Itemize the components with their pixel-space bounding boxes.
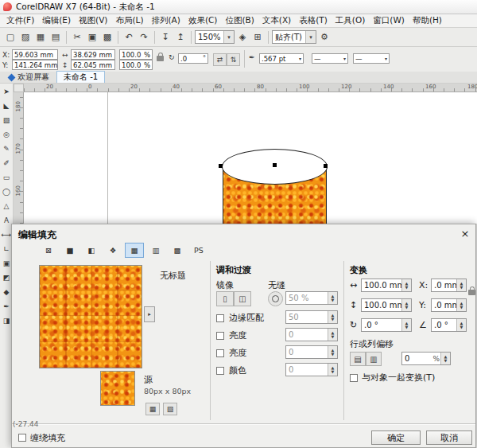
spinner-arrows[interactable]: ▲▼ — [401, 319, 411, 331]
options-gear-icon[interactable]: ⚙ — [317, 30, 332, 45]
menu-bitmaps[interactable]: 位图(B) — [221, 14, 258, 27]
selection-handle-right[interactable] — [324, 164, 328, 168]
scale-y-field[interactable]: 100.0 % — [119, 60, 153, 70]
brightness-checkbox[interactable] — [216, 332, 224, 340]
pick-tool[interactable]: ➤ — [1, 86, 13, 96]
zoom-combo[interactable]: 150% ▾ — [195, 30, 235, 44]
spinner-arrows[interactable]: ▲▼ — [328, 329, 337, 341]
export-icon[interactable]: ↥ — [173, 30, 188, 45]
snap-to-combo[interactable]: 贴齐(T) ▾ — [272, 30, 316, 44]
rotate-spinner[interactable]: .0 ° ▲▼ — [361, 318, 412, 332]
object-width-field[interactable]: 38.629 mm — [71, 49, 115, 60]
menu-tools[interactable]: 工具(O) — [332, 14, 369, 27]
pattern-preview[interactable] — [39, 265, 142, 368]
scale-x-field[interactable]: 100.0 % — [119, 49, 153, 60]
redo-icon[interactable]: ↷ — [137, 30, 151, 45]
polygon-tool[interactable]: △ — [1, 201, 13, 211]
column-offset-icon[interactable]: ▥ — [366, 352, 382, 366]
menu-text[interactable]: 文本(X) — [258, 14, 295, 27]
menu-window[interactable]: 窗口(W) — [369, 14, 409, 27]
undo-icon[interactable]: ↶ — [122, 30, 136, 45]
tile-height-spinner[interactable]: 100.0 mm ▲▼ — [361, 298, 412, 312]
tile-x-spinner[interactable]: .0 mm ▲▼ — [431, 279, 467, 292]
uniform-fill-icon[interactable]: ■ — [60, 243, 80, 258]
edge-match-checkbox[interactable] — [216, 314, 224, 322]
tile-source-icon[interactable]: ▧ — [163, 403, 177, 415]
texture-fill-icon[interactable]: ▩ — [168, 243, 187, 258]
spinner-arrows[interactable]: ▲▼ — [328, 346, 337, 358]
color-spinner[interactable]: 0 ▲▼ — [285, 363, 338, 376]
tile-grid-icon[interactable]: ▦ — [145, 403, 160, 415]
menu-layout[interactable]: 布局(L) — [111, 14, 147, 27]
paste-icon[interactable]: ▩ — [100, 30, 114, 45]
row-offset-icon[interactable]: ▤ — [350, 352, 366, 366]
close-icon[interactable]: × — [459, 227, 471, 240]
tab-document-untitled-1[interactable]: 未命名 -1 — [56, 71, 105, 83]
object-height-field[interactable]: 62.045 mm — [71, 60, 115, 70]
mirror-tile-icon[interactable]: ◫ — [234, 291, 251, 306]
mirror-horizontal-icon[interactable]: ⇄ — [213, 53, 227, 66]
import-icon[interactable]: ↧ — [158, 30, 173, 45]
application-launcher-icon[interactable]: ⊞ — [250, 30, 265, 45]
spinner-arrows[interactable]: ▲▼ — [456, 279, 466, 291]
tile-width-spinner[interactable]: 100.0 mm ▲▼ — [361, 279, 412, 292]
spinner-arrows[interactable]: ▲▼ — [456, 299, 466, 311]
rectangle-tool[interactable]: ▭ — [1, 172, 13, 182]
postscript-fill-icon[interactable]: PS — [189, 243, 208, 258]
line-style-combo-1[interactable]: — ▾ — [312, 53, 348, 64]
x-position-field[interactable]: 59.603 mm — [12, 49, 58, 60]
spinner-arrows[interactable]: ▲▼ — [401, 299, 411, 311]
selection-handle-left[interactable] — [219, 164, 223, 168]
luminance-checkbox[interactable] — [216, 349, 224, 357]
copy-icon[interactable]: ▣ — [85, 30, 99, 45]
two-color-pattern-fill-icon[interactable]: ▥ — [146, 243, 165, 258]
ellipse-tool[interactable]: ◯ — [1, 186, 13, 197]
spinner-arrows[interactable]: ▲▼ — [328, 292, 337, 304]
spinner-arrows[interactable]: ▲▼ — [328, 311, 337, 323]
menu-effects[interactable]: 效果(C) — [184, 14, 222, 27]
ok-button[interactable]: 确定 — [371, 430, 421, 445]
spinner-arrows[interactable]: ▲▼ — [440, 353, 450, 364]
menu-help[interactable]: 帮助(H) — [409, 14, 446, 27]
bitmap-pattern-fill-icon[interactable]: ▦ — [125, 243, 144, 258]
crop-tool[interactable]: ▧ — [1, 115, 13, 125]
brightness-spinner[interactable]: 0 ▲▼ — [285, 328, 338, 341]
cancel-button[interactable]: 取消 — [426, 430, 472, 445]
luminance-spinner[interactable]: 0 ▲▼ — [285, 345, 338, 359]
pattern-picker-button[interactable]: ▸ — [144, 306, 155, 322]
offset-spinner[interactable]: 0 % ▲▼ — [401, 352, 451, 365]
spinner-arrows[interactable]: ▲▼ — [456, 319, 466, 331]
save-icon[interactable]: ▦ — [33, 30, 48, 45]
new-document-icon[interactable]: ▢ — [3, 30, 17, 45]
seamless-radial-button[interactable] — [268, 291, 283, 306]
menu-edit[interactable]: 编辑(E) — [38, 14, 75, 27]
zoom-tool[interactable]: ◎ — [1, 129, 13, 139]
shape-tool[interactable]: ◣ — [1, 100, 13, 111]
vector-pattern-fill-icon[interactable]: ❖ — [103, 243, 122, 258]
print-icon[interactable]: ▤ — [48, 30, 63, 45]
tile-y-spinner[interactable]: .0 mm ▲▼ — [431, 298, 467, 312]
lock-tile-ratio-icon[interactable] — [468, 290, 475, 295]
selection-handle-center[interactable] — [273, 163, 277, 167]
spinner-arrows[interactable]: ▲▼ — [328, 364, 337, 376]
pattern-source-thumbnail[interactable] — [100, 371, 135, 406]
color-checkbox[interactable] — [216, 367, 224, 375]
edge-match-spinner[interactable]: 50 ▲▼ — [285, 310, 338, 324]
menu-file[interactable]: 文件(F) — [2, 14, 38, 27]
open-icon[interactable]: ▨ — [18, 30, 33, 45]
welcome-screen-icon[interactable]: ◈ — [235, 30, 250, 45]
skew-spinner[interactable]: .0 ° ▲▼ — [431, 318, 467, 332]
ruler-origin-button[interactable] — [14, 84, 24, 92]
menu-table[interactable]: 表格(T) — [295, 14, 332, 27]
lock-ratio-icon[interactable] — [157, 56, 164, 61]
no-fill-icon[interactable]: ⊠ — [39, 243, 58, 258]
menu-arrange[interactable]: 排列(A) — [148, 14, 184, 27]
menu-view[interactable]: 视图(V) — [75, 14, 111, 27]
y-position-field[interactable]: 141.264 mm — [12, 60, 58, 70]
seamless-spinner[interactable]: 50 % ▲▼ — [285, 291, 338, 305]
freehand-tool[interactable]: ✎ — [1, 143, 13, 154]
spinner-arrows[interactable]: ▲▼ — [401, 279, 411, 291]
transform-with-object-checkbox[interactable] — [350, 374, 358, 382]
fountain-fill-icon[interactable]: ◧ — [82, 243, 101, 258]
rotation-angle-field[interactable]: .0 ° — [178, 53, 208, 64]
